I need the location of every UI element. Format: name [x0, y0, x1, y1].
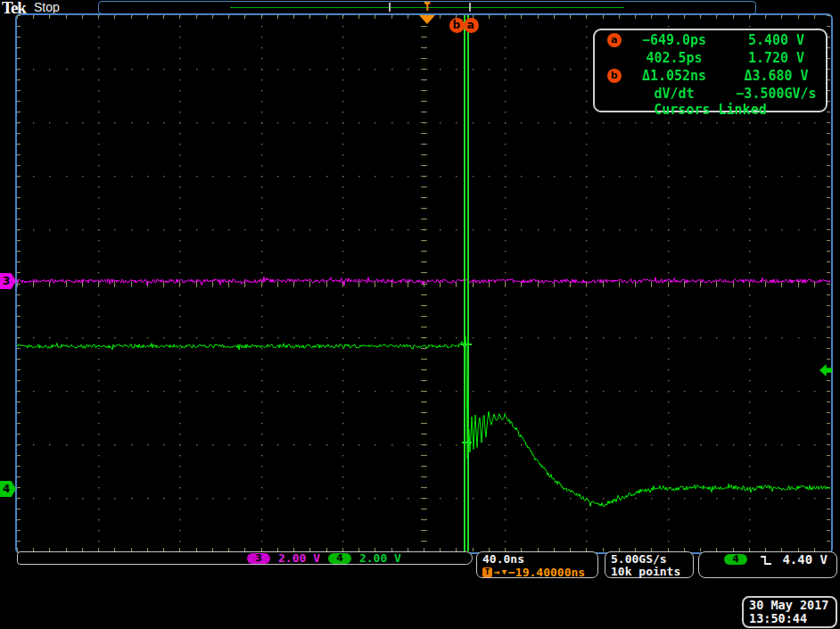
- cursors-linked-label: Cursors Linked: [595, 102, 826, 119]
- channel-4-reference-marker[interactable]: 4: [0, 481, 16, 497]
- zoom-window-right-bracket[interactable]: [469, 3, 471, 12]
- channel-4-scale: 2.00 V: [359, 551, 401, 565]
- readout-row: a −649.0ps 5.400 V: [595, 31, 826, 48]
- readout-row: dV/dt −3.500GV/s: [595, 85, 826, 102]
- cursor-readout-box: a −649.0ps 5.400 V 402.5ps 1.720 V b Δ1.…: [593, 29, 828, 112]
- horizontal-delay-row: T → ▼ −19.40000ns: [482, 566, 597, 579]
- readout-row: b Δ1.052ns Δ3.680 V: [595, 67, 826, 84]
- readout-value: Δ1.052ns: [622, 68, 727, 84]
- acquisition-readout[interactable]: 5.00GS/s 10k points: [605, 551, 694, 578]
- readout-row: 402.5ps 1.720 V: [595, 49, 826, 66]
- readout-value: dV/dt: [622, 86, 727, 102]
- channel-3-badge[interactable]: 3: [247, 553, 270, 564]
- cursor-b-measure-mark: [462, 442, 472, 443]
- cursor-a-line[interactable]: [467, 15, 469, 551]
- cursor-b-handle[interactable]: b: [449, 18, 465, 33]
- acquisition-overview-bar: T: [98, 1, 756, 14]
- cursor-a-handle[interactable]: a: [464, 18, 479, 33]
- date-label: 30 May 2017: [749, 599, 836, 612]
- channel-scale-readout[interactable]: 3 2.00 V 4 2.00 V: [17, 551, 473, 565]
- triangle-down-icon: ▼: [502, 567, 506, 578]
- record-length: 10k points: [611, 566, 693, 578]
- acquisition-status[interactable]: Stop: [34, 0, 60, 14]
- trigger-source-badge: 4: [724, 554, 747, 565]
- readout-badge-empty: [607, 51, 622, 65]
- trigger-level-value: 4.40 V: [782, 554, 828, 566]
- cursor-a-badge: a: [607, 33, 622, 47]
- readout-badge-empty: [607, 87, 622, 101]
- zoom-window-left-bracket[interactable]: [389, 3, 391, 12]
- readout-value: 402.5ps: [622, 50, 727, 66]
- arrow-right-icon: →: [494, 567, 500, 578]
- horizontal-readout[interactable]: 40.0ns T → ▼ −19.40000ns: [476, 551, 598, 578]
- horizontal-scale: 40.0ns: [482, 553, 597, 566]
- readout-value: 1.720 V: [727, 50, 826, 66]
- cursor-a-measure-mark: [461, 343, 472, 345]
- readout-value: −3.500GV/s: [727, 86, 826, 102]
- time-label: 13:50:44: [749, 612, 836, 625]
- trigger-readout[interactable]: 4 4.40 V: [698, 551, 837, 578]
- trigger-flag-icon[interactable]: T: [420, 2, 434, 13]
- trigger-position-icon[interactable]: [419, 15, 435, 24]
- oscilloscope-screen: Tek Stop T b a 3 4 a −649.0ps 5.400 V 40…: [0, 0, 840, 629]
- sample-rate: 5.00GS/s: [611, 553, 693, 566]
- readout-value: 5.400 V: [727, 32, 826, 48]
- trigger-t-icon: T: [482, 567, 492, 577]
- datetime-readout: 30 May 2017 13:50:44: [742, 596, 837, 628]
- cursor-b-line[interactable]: [464, 15, 465, 551]
- readout-value: −649.0ps: [622, 32, 727, 48]
- channel-3-reference-marker[interactable]: 3: [0, 273, 16, 289]
- cursor-b-badge: b: [607, 69, 622, 83]
- readout-value: Δ3.680 V: [727, 68, 826, 84]
- falling-edge-icon: [760, 555, 772, 566]
- trigger-delay-value: −19.40000ns: [508, 566, 585, 579]
- channel-3-scale: 2.00 V: [278, 551, 320, 565]
- channel-4-badge[interactable]: 4: [328, 553, 351, 564]
